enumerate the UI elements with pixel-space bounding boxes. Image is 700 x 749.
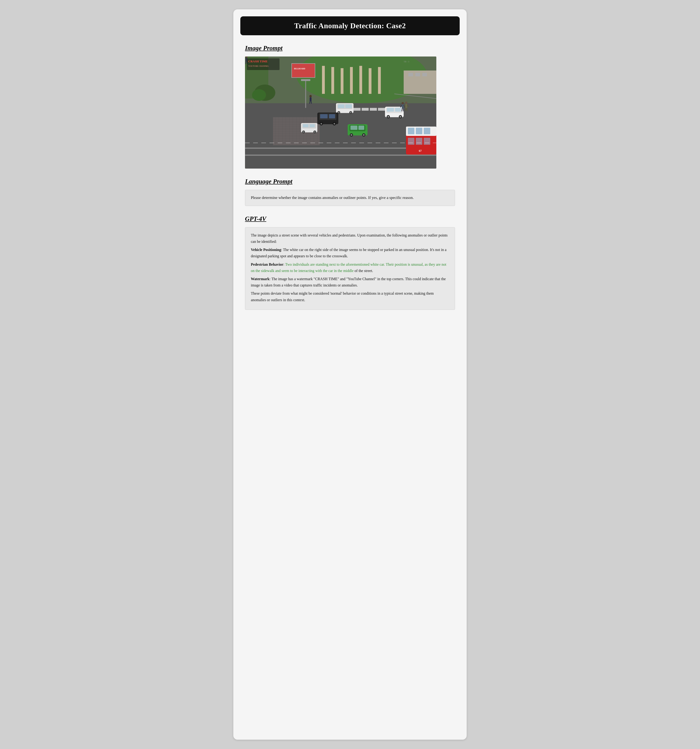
svg-rect-99: [424, 128, 430, 134]
traffic-scene-svg: BILLBOARD: [245, 57, 436, 168]
svg-rect-36: [322, 66, 325, 94]
svg-rect-100: [408, 138, 415, 145]
svg-point-68: [387, 116, 389, 118]
page-title: Traffic Anomaly Detection: Case2: [250, 21, 450, 30]
page-container: Traffic Anomaly Detection: Case2 Image P…: [233, 9, 467, 740]
svg-rect-66: [395, 108, 401, 112]
svg-rect-33: [370, 108, 377, 111]
svg-rect-49: [422, 73, 427, 76]
svg-line-122: [246, 61, 246, 64]
svg-line-108: [402, 109, 402, 112]
svg-rect-89: [303, 124, 308, 127]
svg-line-118: [310, 101, 310, 104]
svg-line-115: [407, 108, 407, 111]
title-bar: Traffic Anomaly Detection: Case2: [240, 16, 460, 35]
image-prompt-section: Image Prompt: [245, 44, 455, 168]
svg-rect-102: [424, 138, 430, 145]
gpt-pedestrian-behavior: Pedestrian Behavior: Two individuals are…: [251, 261, 449, 274]
language-prompt-box: Please determine whether the image conta…: [245, 190, 455, 206]
svg-rect-117: [310, 97, 311, 101]
svg-rect-81: [320, 114, 328, 118]
gpt-response-box: The image depicts a street scene with se…: [245, 227, 455, 310]
svg-rect-54: [301, 79, 310, 81]
svg-rect-42: [378, 67, 381, 94]
pedestrian-behavior-label: Pedestrian Behavior: [251, 263, 283, 266]
gpt-watermark: Watermark: The image has a watermark "CR…: [251, 276, 449, 288]
svg-line-109: [403, 109, 404, 112]
svg-rect-74: [358, 125, 364, 130]
svg-point-110: [405, 102, 407, 104]
content-area: Image Prompt: [233, 35, 467, 317]
svg-rect-32: [361, 108, 369, 111]
svg-rect-105: [402, 104, 404, 109]
watermark-label: Watermark: [251, 277, 270, 281]
svg-text:YOUTUBE CHANNEL: YOUTUBE CHANNEL: [248, 65, 269, 67]
gpt-heading: GPT-4V: [245, 215, 455, 223]
svg-text:TB - 3: TB - 3: [404, 61, 409, 63]
svg-rect-111: [405, 104, 407, 108]
svg-point-70: [400, 116, 401, 118]
svg-point-84: [320, 123, 322, 125]
svg-point-62: [350, 112, 351, 113]
svg-rect-34: [378, 108, 385, 111]
svg-rect-98: [416, 128, 422, 134]
vehicle-positioning-label: Vehicle Positioning: [251, 248, 281, 252]
gpt-conclusion: These points deviate from what might be …: [251, 290, 449, 303]
gpt-intro: The image depicts a street scene with se…: [251, 232, 449, 245]
svg-point-86: [334, 123, 335, 125]
language-prompt-text: Please determine whether the image conta…: [251, 196, 414, 200]
svg-text:67: 67: [419, 149, 422, 153]
svg-point-76: [351, 134, 352, 136]
svg-rect-31: [354, 108, 360, 111]
svg-rect-47: [408, 73, 413, 76]
svg-rect-40: [359, 66, 362, 94]
svg-point-52: [252, 89, 266, 101]
svg-text:CRASH TIME: CRASH TIME: [248, 60, 268, 63]
svg-rect-58: [345, 104, 352, 108]
svg-text:BILLBOARD: BILLBOARD: [294, 68, 305, 70]
svg-line-114: [405, 108, 406, 111]
svg-point-116: [310, 95, 312, 97]
svg-point-60: [338, 112, 340, 113]
svg-rect-97: [408, 128, 415, 134]
svg-point-104: [401, 102, 404, 104]
svg-rect-48: [415, 73, 420, 76]
svg-rect-101: [416, 138, 422, 145]
svg-rect-29: [245, 154, 436, 156]
svg-rect-57: [338, 104, 345, 108]
svg-rect-73: [351, 125, 357, 130]
svg-rect-43: [292, 64, 315, 78]
svg-rect-38: [341, 68, 343, 94]
svg-rect-37: [331, 67, 334, 94]
svg-rect-90: [310, 124, 315, 127]
image-prompt-heading: Image Prompt: [245, 44, 455, 52]
svg-rect-41: [369, 68, 372, 94]
svg-rect-82: [329, 114, 335, 118]
svg-rect-39: [350, 67, 353, 94]
language-prompt-section: Language Prompt Please determine whether…: [245, 178, 455, 206]
gpt-vehicle-positioning: Vehicle Positioning: The white car on th…: [251, 246, 449, 259]
traffic-image: BILLBOARD: [245, 57, 436, 168]
language-prompt-heading: Language Prompt: [245, 178, 455, 185]
svg-line-119: [311, 101, 311, 104]
svg-point-92: [303, 131, 304, 133]
svg-point-94: [314, 131, 316, 133]
gpt-section: GPT-4V The image depicts a street scene …: [245, 215, 455, 310]
svg-rect-65: [387, 108, 394, 112]
svg-point-78: [363, 134, 365, 136]
